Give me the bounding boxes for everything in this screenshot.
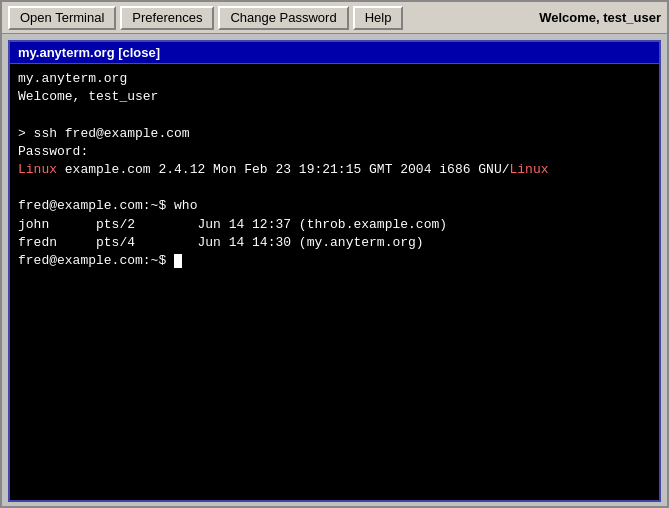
change-password-button[interactable]: Change Password [218,6,348,30]
linux-keyword2: Linux [510,162,549,177]
terminal-line: my.anyterm.org [18,70,651,88]
terminal-line: > ssh fred@example.com [18,125,651,143]
terminal-line: Linux example.com 2.4.12 Mon Feb 23 19:2… [18,161,651,179]
preferences-button[interactable]: Preferences [120,6,214,30]
welcome-text: Welcome, test_user [539,10,661,25]
main-area: my.anyterm.org [close] my.anyterm.org We… [8,40,661,502]
linux-keyword: Linux [18,162,57,177]
terminal-titlebar[interactable]: my.anyterm.org [close] [10,42,659,64]
terminal-line: fred@example.com:~$ who [18,197,651,215]
terminal-line-empty [18,106,651,124]
terminal-cursor [174,254,182,268]
terminal-line: Welcome, test_user [18,88,651,106]
terminal-line: john pts/2 Jun 14 12:37 (throb.example.c… [18,216,651,234]
terminal-body[interactable]: my.anyterm.org Welcome, test_user > ssh … [10,64,659,500]
terminal-prompt-line: fred@example.com:~$ [18,252,651,270]
terminal-line: Password: [18,143,651,161]
terminal-line: fredn pts/4 Jun 14 14:30 (my.anyterm.org… [18,234,651,252]
toolbar: Open Terminal Preferences Change Passwor… [2,2,667,34]
help-button[interactable]: Help [353,6,404,30]
terminal-line-empty [18,179,651,197]
open-terminal-button[interactable]: Open Terminal [8,6,116,30]
